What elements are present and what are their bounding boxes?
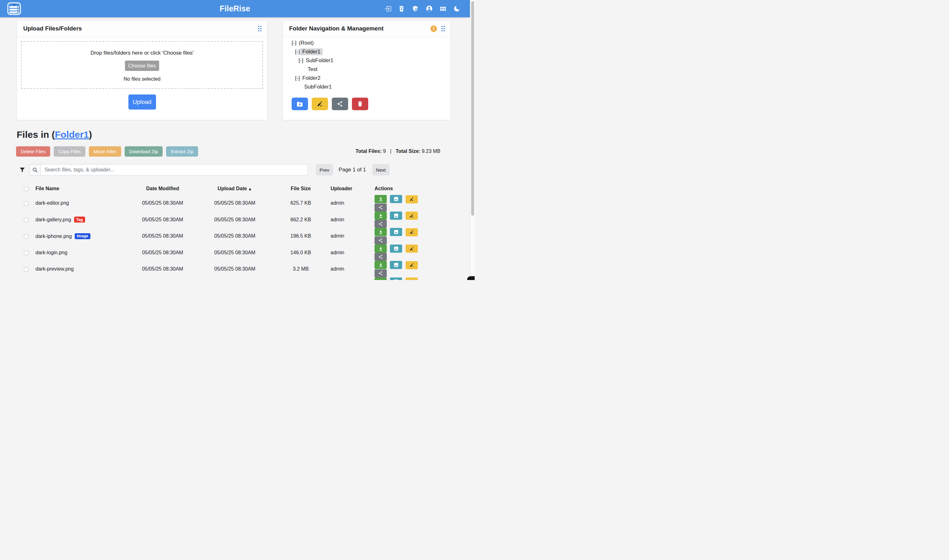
admin-shield-icon[interactable] [412, 5, 419, 12]
trash-restore-icon[interactable] [398, 5, 405, 12]
files-summary: Total Files: 9 | Total Size: 9.23 MB [355, 148, 440, 154]
move-files-button[interactable]: Move Files [89, 146, 121, 157]
share-button[interactable] [375, 220, 387, 228]
create-folder-button[interactable] [292, 98, 308, 110]
row-checkbox[interactable] [24, 201, 28, 206]
preview-image-button[interactable] [390, 212, 402, 220]
download-button[interactable] [375, 228, 387, 236]
tree-folder-label[interactable]: SubFolder1 [304, 84, 332, 90]
download-button[interactable] [375, 261, 387, 269]
file-name[interactable]: dark-iphone.png [35, 234, 72, 239]
download-icon [378, 213, 383, 218]
image-icon [394, 279, 399, 280]
edit-button[interactable] [406, 212, 418, 220]
preview-image-button[interactable] [390, 228, 402, 236]
edit-button[interactable] [406, 195, 418, 203]
row-checkbox[interactable] [24, 251, 28, 255]
preview-image-button[interactable] [390, 245, 402, 253]
download-zip-button[interactable]: Download Zip [125, 146, 163, 157]
edit-button[interactable] [406, 261, 418, 269]
share-button[interactable] [375, 269, 387, 277]
tree-item[interactable]: Test [283, 65, 451, 74]
row-checkbox[interactable] [24, 218, 28, 222]
folder-tree: [-](Root)[-]Folder1[-]SubFolder1Test[-]F… [283, 37, 451, 91]
tree-collapse-toggle[interactable]: [-] [295, 49, 300, 55]
login-icon[interactable] [384, 5, 391, 12]
upload-button[interactable]: Upload [128, 94, 156, 109]
dropzone-text: Drop files/folders here or click 'Choose… [22, 50, 263, 56]
edit-button[interactable] [406, 277, 418, 280]
search-row: Prev Page 1 of 1 Next [20, 164, 389, 175]
share-folder-button[interactable] [332, 98, 348, 110]
filerise-logo-icon[interactable] [7, 2, 21, 15]
file-table-body: dark-editor.png 05/05/25 08:30AM 05/05/2… [17, 195, 434, 280]
top-bar-actions [384, 5, 460, 12]
column-header[interactable]: File Name [35, 182, 126, 195]
column-header[interactable]: Upload Date ▲ [199, 182, 271, 195]
extract-zip-button[interactable]: Extract Zip [166, 146, 198, 157]
choose-files-button[interactable]: Choose files [125, 61, 159, 71]
tree-item[interactable]: [-]SubFolder1 [283, 56, 451, 65]
select-all-checkbox[interactable] [24, 187, 28, 191]
drag-handle-icon[interactable] [441, 26, 445, 31]
file-size: 625.7 KB [271, 195, 331, 212]
tree-collapse-toggle[interactable]: [-] [292, 40, 296, 46]
column-header[interactable]: Actions [375, 182, 434, 195]
preview-image-button[interactable] [390, 195, 402, 203]
table-row: dark-preview.png 05/05/25 08:30AM 05/05/… [17, 261, 434, 277]
drag-handle-icon[interactable] [258, 26, 261, 31]
file-name[interactable]: dark-gallery.png [35, 217, 71, 222]
folder-navigation-card: Folder Navigation & Management i [-](Roo… [283, 20, 451, 120]
row-checkbox[interactable] [24, 267, 28, 272]
edit-button[interactable] [406, 245, 418, 253]
share-button[interactable] [375, 236, 387, 245]
row-checkbox[interactable] [24, 234, 28, 238]
tree-collapse-toggle[interactable]: [-] [298, 57, 303, 64]
share-button[interactable] [375, 203, 387, 212]
scrollbar-thumb[interactable] [471, 1, 474, 215]
download-button[interactable] [375, 245, 387, 253]
preview-image-button[interactable] [390, 261, 402, 269]
download-button[interactable] [375, 195, 387, 203]
image-icon [394, 213, 399, 218]
account-icon[interactable] [425, 5, 433, 12]
preview-image-button[interactable] [390, 277, 402, 280]
search-input[interactable] [40, 164, 308, 175]
edit-button[interactable] [406, 228, 418, 236]
next-page-button[interactable]: Next [372, 164, 389, 175]
download-button[interactable] [375, 277, 387, 280]
column-header[interactable]: Date Modified [126, 182, 199, 195]
tree-folder-label[interactable]: Folder2 [302, 75, 320, 81]
apps-grid-icon[interactable] [439, 5, 447, 12]
tree-folder-label[interactable]: SubFolder1 [306, 57, 334, 64]
delete-folder-button[interactable] [352, 98, 368, 110]
current-folder-link[interactable]: Folder1 [55, 129, 89, 140]
delete-files-button[interactable]: Delete Files [16, 146, 50, 157]
tree-item[interactable]: [-](Root) [283, 38, 451, 48]
column-header[interactable]: File Size [271, 182, 331, 195]
scrollbar-track[interactable] [470, 0, 475, 280]
tree-collapse-toggle[interactable]: [-] [295, 75, 300, 81]
tree-folder-label[interactable]: (Root) [299, 40, 314, 46]
info-icon[interactable]: i [431, 25, 437, 32]
filter-icon[interactable] [20, 167, 25, 173]
upload-date: 05/05/25 08:30AM [199, 277, 271, 280]
dark-mode-icon[interactable] [453, 5, 460, 12]
file-name[interactable]: dark-login.png [35, 250, 67, 255]
prev-page-button[interactable]: Prev [316, 164, 333, 175]
rename-folder-button[interactable] [312, 98, 328, 110]
tree-item[interactable]: SubFolder1 [283, 83, 451, 91]
upload-dropzone[interactable]: Drop files/folders here or click 'Choose… [21, 41, 263, 89]
share-button[interactable] [375, 253, 387, 261]
tree-folder-label[interactable]: Folder1 [300, 48, 323, 55]
tree-item[interactable]: [-]Folder1 [283, 48, 451, 56]
file-name[interactable]: dark-editor.png [35, 200, 69, 206]
tree-item[interactable]: [-]Folder2 [283, 74, 451, 83]
folder-card-header: Folder Navigation & Management i [283, 20, 451, 37]
file-size: 3.2 MB [271, 261, 331, 277]
file-name[interactable]: dark-preview.png [35, 266, 74, 272]
download-button[interactable] [375, 212, 387, 220]
tree-folder-label[interactable]: Test [308, 66, 317, 72]
column-header[interactable]: Uploader [331, 182, 375, 195]
copy-files-button[interactable]: Copy Files [54, 146, 85, 157]
